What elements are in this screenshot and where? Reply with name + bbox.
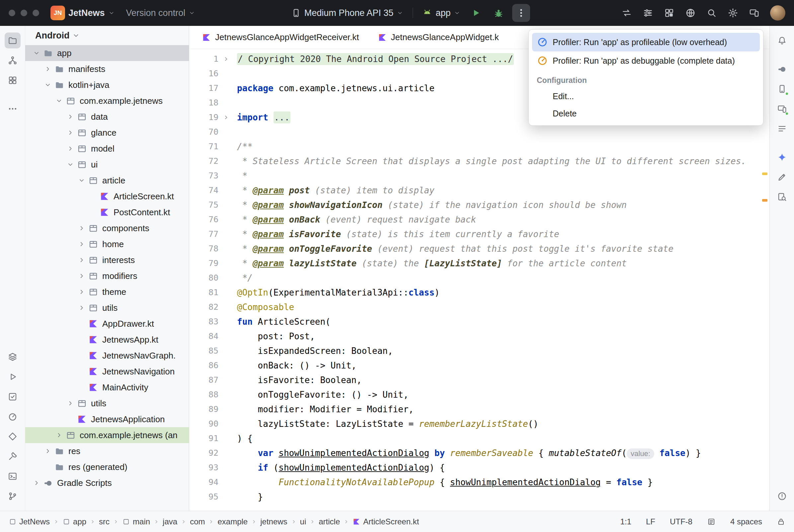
chevron-right-icon[interactable] [76, 254, 88, 266]
tree-item-utils[interactable]: utils [25, 395, 189, 411]
project-widget[interactable]: JN JetNews [51, 6, 115, 20]
fold-collapsed-icon[interactable] [218, 52, 234, 66]
code-line-88[interactable]: 88 onToggleFavorite: () -> Unit, [189, 387, 770, 402]
code-line-74[interactable]: 74 * @param post (state) item to display [189, 183, 770, 198]
line-separator-widget[interactable]: LF [646, 517, 655, 526]
terminal-icon[interactable] [5, 468, 21, 484]
breadcrumb-item-jetnews[interactable]: JetNews [8, 517, 50, 526]
code-line-75[interactable]: 75 * @param showNavigationIcon (state) i… [189, 198, 770, 212]
more-tool-windows-icon[interactable] [5, 101, 21, 117]
run-configuration-selector[interactable]: app [422, 8, 460, 18]
vcs-widget[interactable]: Version control [126, 8, 196, 18]
tree-item-gradle-scripts[interactable]: Gradle Scripts [25, 475, 189, 491]
chevron-down-icon[interactable] [76, 174, 88, 186]
code-line-94[interactable]: 94 FunctionalityNotAvailablePopup { show… [189, 475, 770, 490]
structure-icon[interactable] [5, 52, 21, 68]
breadcrumb-item-app[interactable]: app [62, 517, 86, 526]
notifications-icon[interactable] [774, 33, 790, 49]
chevron-right-icon[interactable] [76, 222, 88, 234]
tree-item-res[interactable]: res [25, 443, 189, 459]
popup-item-profiler-profileable[interactable]: Profiler: Run 'app' as profileable (low … [532, 33, 760, 52]
breadcrumb-item-src[interactable]: src [99, 517, 110, 526]
tree-item-mainactivity[interactable]: MainActivity [25, 379, 189, 395]
tree-item-jetnewsnavigation[interactable]: JetnewsNavigation [25, 363, 189, 379]
resource-manager-icon[interactable] [5, 72, 21, 88]
build-icon[interactable] [5, 449, 21, 464]
tree-item-articlescreen-kt[interactable]: ArticleScreen.kt [25, 188, 189, 204]
code-line-84[interactable]: 84 post: Post, [189, 329, 770, 344]
code-line-91[interactable]: 91) { [189, 431, 770, 446]
tree-item-jetnewsapplication[interactable]: JetnewsApplication [25, 411, 189, 427]
breadcrumb-item-ui[interactable]: ui [300, 517, 307, 526]
tree-item-kotlin-java[interactable]: kotlin+java [25, 77, 189, 93]
tree-item-com-example-jetnews-an[interactable]: com.example.jetnews (an [25, 427, 189, 443]
chevron-right-icon[interactable] [42, 63, 54, 75]
chevron-right-icon[interactable] [76, 286, 88, 298]
device-manager-icon[interactable] [774, 81, 790, 97]
tree-item-com-example-jetnews[interactable]: com.example.jetnews [25, 93, 189, 109]
indent-widget[interactable]: 4 spaces [730, 517, 762, 526]
breadcrumb-item-articlescreen-kt[interactable]: ArticleScreen.kt [352, 517, 419, 526]
code-line-81[interactable]: 81@OptIn(ExperimentalMaterial3Api::class… [189, 285, 770, 300]
cursor-position-widget[interactable]: 1:1 [621, 517, 631, 526]
breadcrumb-item-article[interactable]: article [319, 517, 340, 526]
breadcrumb-item-java[interactable]: java [163, 517, 177, 526]
tree-item-jetnewsnavgraph[interactable]: JetnewsNavGraph. [25, 347, 189, 363]
code-line-85[interactable]: 85 isExpandedScreen: Boolean, [189, 344, 770, 358]
code-line-82[interactable]: 82@Composable [189, 300, 770, 315]
chevron-down-icon[interactable] [64, 158, 76, 170]
chevron-right-icon[interactable] [64, 127, 76, 139]
lock-icon[interactable] [777, 517, 786, 526]
live-edit-icon[interactable] [774, 169, 790, 185]
chevron-right-icon[interactable] [64, 111, 76, 123]
editor-tab-jetnewsglanceappwidgetreceiver-kt[interactable]: JetnewsGlanceAppWidgetReceiver.kt [192, 26, 368, 49]
build-variants-icon[interactable] [5, 349, 21, 365]
tree-item-postcontent-kt[interactable]: PostContent.kt [25, 204, 189, 220]
window-close-button[interactable] [8, 10, 15, 16]
chevron-right-icon[interactable] [76, 302, 88, 314]
widgets-icon[interactable] [664, 7, 675, 18]
problems-icon[interactable] [774, 488, 790, 504]
code-line-70[interactable]: 70 [189, 125, 770, 139]
code-line-93[interactable]: 93 if (showUnimplementedActionDialog) { [189, 460, 770, 475]
tree-item-data[interactable]: data [25, 109, 189, 125]
breadcrumb-item-example[interactable]: example [217, 517, 247, 526]
breadcrumb-item-jetnews[interactable]: jetnews [260, 517, 287, 526]
code-line-72[interactable]: 72 * Stateless Article Screen that displ… [189, 154, 770, 169]
logcat-icon[interactable] [774, 121, 790, 137]
editor-tab-jetnewsglanceappwidget-k[interactable]: JetnewsGlanceAppWidget.k [368, 26, 508, 49]
chevron-down-icon[interactable] [42, 79, 54, 91]
fold-collapsed-icon[interactable] [218, 110, 234, 125]
chevron-right-icon[interactable] [31, 477, 42, 489]
debug-button[interactable] [490, 4, 507, 22]
window-zoom-button[interactable] [33, 10, 39, 16]
tree-item-utils[interactable]: utils [25, 300, 189, 316]
code-line-89[interactable]: 89 modifier: Modifier = Modifier, [189, 402, 770, 417]
tree-item-components[interactable]: components [25, 220, 189, 236]
code-line-90[interactable]: 90 lazyListState: LazyListState = rememb… [189, 417, 770, 431]
tree-item-modifiers[interactable]: modifiers [25, 268, 189, 284]
breadcrumb-item-com[interactable]: com [190, 517, 205, 526]
chevron-down-icon[interactable] [31, 47, 42, 59]
tree-item-app[interactable]: app [25, 45, 189, 61]
code-line-83[interactable]: 83fun ArticleScreen( [189, 315, 770, 329]
avatar[interactable] [770, 5, 786, 21]
settings-icon[interactable] [727, 7, 738, 18]
code-line-77[interactable]: 77 * @param isFavorite (state) is this i… [189, 227, 770, 242]
chevron-right-icon[interactable] [76, 270, 88, 282]
run-button[interactable] [467, 4, 485, 22]
tree-item-interests[interactable]: interests [25, 252, 189, 268]
encoding-widget[interactable]: UTF-8 [670, 517, 693, 526]
tree-item-model[interactable]: model [25, 140, 189, 156]
tree-item-appdrawer-kt[interactable]: AppDrawer.kt [25, 316, 189, 332]
tree-item-jetnewsapp-kt[interactable]: JetnewsApp.kt [25, 332, 189, 347]
tree-item-theme[interactable]: theme [25, 284, 189, 300]
app-quality-insights-icon[interactable] [774, 189, 790, 205]
chevron-right-icon[interactable] [64, 142, 76, 155]
project-panel-header[interactable]: Android [25, 26, 189, 45]
running-devices-icon[interactable] [774, 101, 790, 117]
window-minimize-button[interactable] [21, 10, 27, 16]
todo-icon[interactable] [5, 389, 21, 405]
version-control-icon[interactable] [5, 488, 21, 504]
tree-item-manifests[interactable]: manifests [25, 61, 189, 77]
